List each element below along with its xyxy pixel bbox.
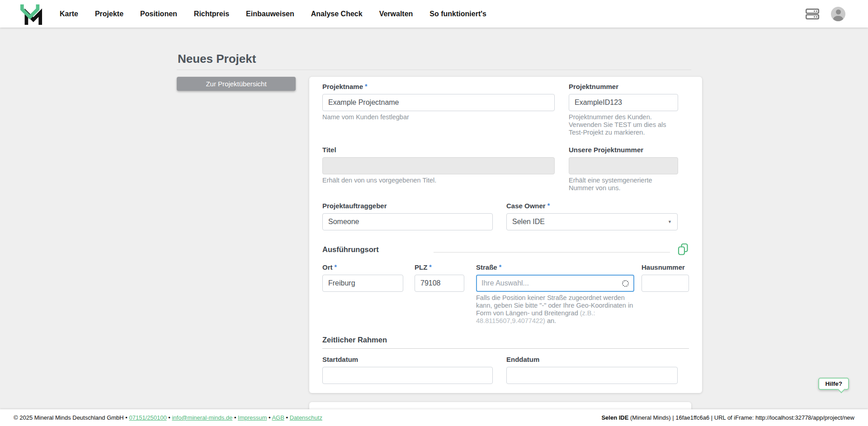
projektauftraggeber-field: Projektauftraggeber	[322, 202, 493, 230]
projektname-input[interactable]	[322, 94, 555, 111]
footer-link-07151-250100[interactable]: 07151/250100	[129, 414, 166, 421]
case-owner-value: Selen IDE	[512, 218, 545, 226]
nav-item-positionen[interactable]: Positionen	[140, 10, 177, 18]
zeitlicher-rahmen-heading: Zeitlicher Rahmen	[322, 336, 689, 344]
help-button[interactable]: Hilfe?	[818, 378, 849, 390]
footer-session-user: Selen IDE	[601, 414, 628, 421]
ort-input[interactable]	[322, 275, 403, 292]
projektauftraggeber-label: Projektauftraggeber	[322, 202, 387, 210]
avatar-head	[836, 9, 841, 14]
required-marker: *	[429, 263, 431, 271]
nav-item-verwalten[interactable]: Verwalten	[379, 10, 413, 18]
plz-field: PLZ*	[415, 263, 464, 325]
footer-links: • 07151/250100 • info@mineral-minds.de •…	[124, 414, 322, 421]
ort-label: Ort	[322, 263, 333, 271]
footer-separator: •	[267, 414, 272, 421]
footer-copyright: © 2025 Mineral Minds Deutschland GmbH	[14, 414, 124, 421]
server-icon[interactable]	[806, 9, 819, 19]
projektname-field: Projektname* Name vom Kunden festlegbar	[322, 83, 555, 136]
title-divider	[177, 70, 691, 70]
nav-item-analyse-check[interactable]: Analyse Check	[311, 10, 363, 18]
required-marker: *	[499, 263, 501, 271]
strasse-helper: Falls die Position keiner Straße zugeord…	[476, 294, 634, 325]
required-marker: *	[365, 83, 367, 90]
projektnummer-helper: Projektnummer des Kunden. Verwenden Sie …	[569, 113, 678, 136]
strasse-label: Straße	[476, 263, 497, 271]
startdatum-input[interactable]	[322, 367, 493, 384]
projektauftraggeber-input[interactable]	[322, 213, 493, 230]
projektnummer-field: Projektnummer Projektnummer des Kunden. …	[569, 83, 678, 136]
nav-item-einbauweisen[interactable]: Einbauweisen	[246, 10, 294, 18]
ort-field: Ort*	[322, 263, 403, 325]
new-project-form-card: Projektname* Name vom Kunden festlegbar …	[309, 77, 702, 393]
case-owner-select[interactable]: Selen IDE ▼	[506, 213, 678, 230]
projektnummer-input[interactable]	[569, 94, 678, 111]
top-navbar: KarteProjektePositionenRichtpreisEinbauw…	[0, 0, 868, 28]
required-marker: *	[547, 202, 550, 209]
strasse-helper-suffix: an.	[545, 317, 556, 324]
strasse-helper-main: Falls die Position keiner Straße zugeord…	[476, 294, 633, 317]
nav-item-projekte[interactable]: Projekte	[95, 10, 123, 18]
footer-link-info-mineral-minds-de[interactable]: info@mineral-minds.de	[172, 414, 232, 421]
projektname-label: Projektname	[322, 83, 363, 90]
footer-link-impressum[interactable]: Impressum	[238, 414, 267, 421]
projektnummer-label: Projektnummer	[569, 83, 618, 90]
required-marker: *	[335, 263, 337, 271]
copy-icon[interactable]	[677, 243, 689, 256]
back-to-project-overview-button[interactable]: Zur Projektübersicht	[177, 77, 296, 91]
strasse-field: Straße* Falls die Position keiner Straße…	[476, 263, 634, 325]
chevron-down-icon: ▼	[668, 220, 672, 224]
plz-input[interactable]	[415, 275, 464, 292]
strasse-input-wrapper	[476, 275, 634, 292]
nav-item-so-funktioniert-s[interactable]: So funktioniert's	[429, 10, 486, 18]
footer-separator: •	[124, 414, 129, 421]
footer-separator: •	[284, 414, 290, 421]
enddatum-field: Enddatum	[506, 356, 678, 384]
footer-link-datenschutz[interactable]: Datenschutz	[290, 414, 322, 421]
enddatum-label: Enddatum	[506, 356, 539, 363]
footer: © 2025 Mineral Minds Deutschland GmbH • …	[0, 409, 868, 426]
hausnummer-input[interactable]	[642, 275, 689, 292]
titel-label: Titel	[322, 146, 336, 154]
titel-field: Titel Erhält den von uns vorgegebenen Ti…	[322, 146, 555, 192]
unsere-projektnummer-helper: Erhält eine systemgenerierte Nummer von …	[569, 177, 678, 192]
ausfuehrungsort-heading: Ausführungsort	[322, 245, 434, 254]
startdatum-field: Startdatum	[322, 356, 493, 384]
titel-helper: Erhält den von uns vorgegebenen Titel.	[322, 177, 555, 184]
projektname-helper: Name vom Kunden festlegbar	[322, 113, 555, 121]
nav-menu: KarteProjektePositionenRichtpreisEinbauw…	[60, 10, 806, 18]
page-title: Neues Projekt	[178, 52, 691, 66]
case-owner-field: Case Owner* Selen IDE ▼	[506, 202, 678, 230]
nav-icons	[806, 7, 845, 21]
avatar-icon[interactable]	[831, 7, 845, 21]
mineral-minds-logo-icon[interactable]	[20, 2, 42, 26]
case-owner-label: Case Owner	[506, 202, 546, 210]
startdatum-label: Startdatum	[322, 356, 358, 363]
main-content: Neues Projekt Zur Projektübersicht Proje…	[0, 28, 868, 426]
unsere-projektnummer-label: Unsere Projektnummer	[569, 146, 643, 154]
footer-session-info: Selen IDE (Mineral Minds) | 16fae1ffc6a6…	[601, 414, 854, 421]
unsere-projektnummer-field: Unsere Projektnummer Erhält eine systemg…	[569, 146, 678, 192]
footer-session-details: (Mineral Minds) | 16fae1ffc6a6 | URL of …	[628, 414, 854, 421]
loading-spinner-icon	[622, 280, 629, 287]
nav-item-richtpreis[interactable]: Richtpreis	[194, 10, 229, 18]
section-divider	[434, 252, 670, 253]
titel-input	[322, 157, 555, 174]
unsere-projektnummer-input	[569, 157, 678, 174]
plz-label: PLZ	[415, 263, 427, 271]
avatar-torso	[833, 16, 843, 21]
section-zeitlicher-rahmen: Zeitlicher Rahmen	[322, 336, 689, 349]
strasse-input[interactable]	[481, 279, 622, 287]
section-ausfuehrungsort: Ausführungsort	[322, 243, 689, 256]
left-column: Zur Projektübersicht	[177, 77, 296, 91]
hausnummer-label: Hausnummer	[642, 263, 685, 271]
footer-separator: •	[167, 414, 172, 421]
enddatum-input[interactable]	[506, 367, 678, 384]
footer-separator: •	[232, 414, 238, 421]
nav-item-karte[interactable]: Karte	[60, 10, 78, 18]
footer-left: © 2025 Mineral Minds Deutschland GmbH • …	[14, 414, 322, 421]
footer-link-agb[interactable]: AGB	[272, 414, 284, 421]
hausnummer-field: Hausnummer	[642, 263, 689, 325]
